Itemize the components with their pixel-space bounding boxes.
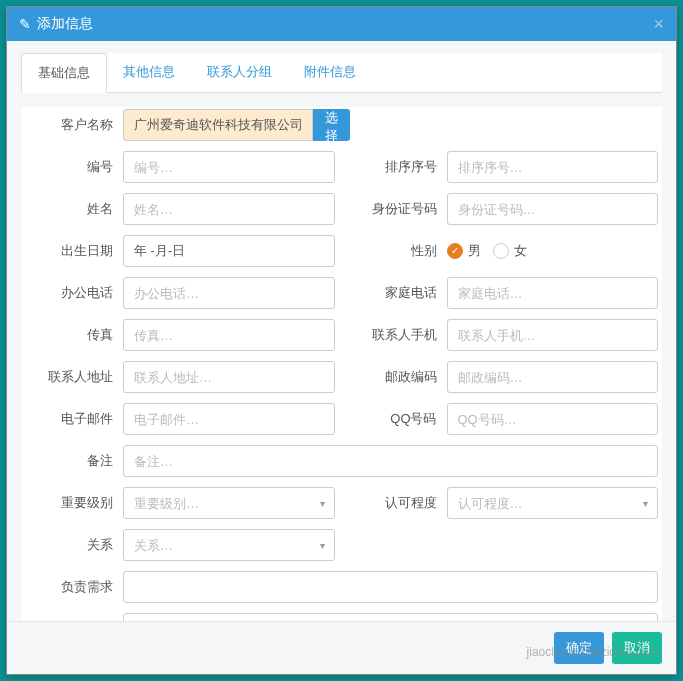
tabs: 基础信息 其他信息 联系人分组 附件信息 [21, 53, 662, 93]
label-contact-mobile: 联系人手机 [349, 326, 447, 344]
label-id-card: 身份证号码 [349, 200, 447, 218]
dialog-title: 添加信息 [19, 15, 93, 33]
remark-input[interactable] [123, 445, 658, 477]
close-icon[interactable]: × [653, 15, 664, 33]
tab-other[interactable]: 其他信息 [107, 53, 191, 92]
label-fax: 传真 [25, 326, 123, 344]
label-birth: 出生日期 [25, 242, 123, 260]
contact-addr-input[interactable] [123, 361, 335, 393]
customer-name-input[interactable] [123, 109, 313, 141]
birth-input[interactable] [123, 235, 335, 267]
tab-basic[interactable]: 基础信息 [21, 53, 107, 93]
radio-checked-icon [447, 243, 463, 259]
sort-no-input[interactable] [447, 151, 659, 183]
qq-input[interactable] [447, 403, 659, 435]
label-remark: 备注 [25, 452, 123, 470]
select-customer-button[interactable]: 选择客户 [313, 109, 350, 141]
label-code: 编号 [25, 158, 123, 176]
gender-radio-group: 男 女 [447, 242, 659, 260]
watermark: jiaocheng.chazidian.com [527, 645, 658, 659]
relation-select[interactable] [123, 529, 335, 561]
importance-select[interactable] [123, 487, 335, 519]
name-input[interactable] [123, 193, 335, 225]
label-importance: 重要级别 [25, 494, 123, 512]
gender-female-label: 女 [514, 242, 527, 260]
contact-mobile-input[interactable] [447, 319, 659, 351]
tab-attachment[interactable]: 附件信息 [288, 53, 372, 92]
label-responsibility: 负责需求 [25, 578, 123, 596]
label-relation: 关系 [25, 536, 123, 554]
care-input[interactable] [123, 613, 658, 621]
dialog: 添加信息 × 基础信息 其他信息 联系人分组 附件信息 客户名称 选择客户 [6, 6, 677, 675]
tab-contact-group[interactable]: 联系人分组 [191, 53, 288, 92]
label-recognition: 认可程度 [349, 494, 447, 512]
form-area: 客户名称 选择客户 编号 排序序号 [21, 107, 662, 621]
gender-female-radio[interactable]: 女 [493, 242, 527, 260]
id-card-input[interactable] [447, 193, 659, 225]
gender-male-label: 男 [468, 242, 481, 260]
pencil-icon [19, 16, 31, 32]
label-postal: 邮政编码 [349, 368, 447, 386]
label-name: 姓名 [25, 200, 123, 218]
fax-input[interactable] [123, 319, 335, 351]
label-office-phone: 办公电话 [25, 284, 123, 302]
dialog-body: 基础信息 其他信息 联系人分组 附件信息 客户名称 选择客户 编号 [7, 41, 676, 621]
label-contact-addr: 联系人地址 [25, 368, 123, 386]
label-gender: 性别 [349, 242, 447, 260]
office-phone-input[interactable] [123, 277, 335, 309]
dialog-header: 添加信息 × [7, 7, 676, 41]
label-customer-name: 客户名称 [25, 116, 123, 134]
label-qq: QQ号码 [349, 410, 447, 428]
responsibility-input[interactable] [123, 571, 658, 603]
label-email: 电子邮件 [25, 410, 123, 428]
code-input[interactable] [123, 151, 335, 183]
email-input[interactable] [123, 403, 335, 435]
dialog-title-text: 添加信息 [37, 15, 93, 33]
recognition-select[interactable] [447, 487, 659, 519]
label-sort-no: 排序序号 [349, 158, 447, 176]
home-phone-input[interactable] [447, 277, 659, 309]
label-home-phone: 家庭电话 [349, 284, 447, 302]
postal-input[interactable] [447, 361, 659, 393]
radio-unchecked-icon [493, 243, 509, 259]
gender-male-radio[interactable]: 男 [447, 242, 481, 260]
